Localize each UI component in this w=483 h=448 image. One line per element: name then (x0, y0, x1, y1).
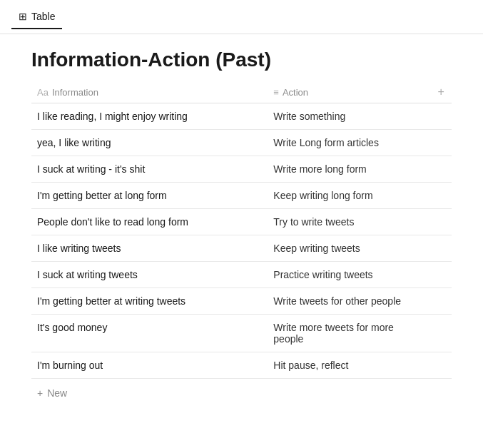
column-header-info: Aa Information (31, 81, 268, 103)
table-cell-add (430, 235, 452, 262)
main-table: Aa Information ≡ Action + I like reading… (31, 81, 452, 379)
info-col-label: Information (52, 87, 98, 98)
table-cell-add (430, 183, 452, 209)
table-cell-action: Practice writing tweets (268, 262, 430, 288)
new-row-plus-icon: + (37, 387, 43, 399)
table-cell-info: I suck at writing tweets (31, 262, 268, 288)
table-cell-add (430, 103, 452, 130)
table-icon: ⊞ (19, 11, 27, 22)
table-row: I suck at writing - it's shitWrite more … (31, 156, 452, 183)
table-cell-action: Write something (268, 103, 430, 130)
table-cell-add (430, 288, 452, 315)
table-header-row: Aa Information ≡ Action + (31, 81, 452, 103)
table-cell-info: yea, I like writing (31, 130, 268, 156)
table-cell-info: It's good money (31, 315, 268, 352)
table-row: I'm getting better at writing tweetsWrit… (31, 288, 452, 315)
table-cell-action: Write tweets for other people (268, 288, 430, 315)
table-cell-action: Write more long form (268, 156, 430, 183)
table-cell-action: Write more tweets for more people (268, 315, 430, 352)
add-column-icon[interactable]: + (437, 86, 444, 98)
table-cell-info: People don't like to read long form (31, 209, 268, 235)
table-row: I'm burning outHit pause, reflect (31, 352, 452, 379)
table-cell-action: Write Long form articles (268, 130, 430, 156)
new-row-label: New (47, 387, 67, 399)
action-col-label: Action (283, 87, 308, 98)
table-cell-action: Keep writing tweets (268, 235, 430, 262)
table-cell-add (430, 209, 452, 235)
tab-label: Table (31, 11, 55, 22)
table-row: I'm getting better at long formKeep writ… (31, 183, 452, 209)
new-row-button[interactable]: + New (31, 379, 452, 407)
table-body: I like reading, I might enjoy writingWri… (31, 103, 452, 379)
page-title: Information-Action (Past) (0, 34, 483, 81)
table-cell-action: Try to write tweets (268, 209, 430, 235)
table-cell-add (430, 130, 452, 156)
table-cell-info: I'm getting better at long form (31, 183, 268, 209)
table-cell-info: I'm burning out (31, 352, 268, 379)
table-row: I like writing tweetsKeep writing tweets (31, 235, 452, 262)
table-row: It's good moneyWrite more tweets for mor… (31, 315, 452, 352)
table-row: yea, I like writingWrite Long form artic… (31, 130, 452, 156)
table-cell-info: I like reading, I might enjoy writing (31, 103, 268, 130)
table-cell-add (430, 156, 452, 183)
tab-table[interactable]: ⊞ Table (11, 5, 62, 29)
column-header-action: ≡ Action (268, 81, 430, 103)
table-container: Aa Information ≡ Action + I like reading… (0, 81, 483, 407)
table-row: People don't like to read long formTry t… (31, 209, 452, 235)
table-cell-info: I'm getting better at writing tweets (31, 288, 268, 315)
table-cell-info: I suck at writing - it's shit (31, 156, 268, 183)
column-header-add[interactable]: + (430, 81, 452, 103)
table-row: I suck at writing tweetsPractice writing… (31, 262, 452, 288)
table-cell-action: Hit pause, reflect (268, 352, 430, 379)
info-col-icon: Aa (37, 87, 49, 98)
table-cell-action: Keep writing long form (268, 183, 430, 209)
table-cell-info: I like writing tweets (31, 235, 268, 262)
table-cell-add (430, 315, 452, 352)
tab-bar: ⊞ Table (0, 0, 483, 34)
table-row: I like reading, I might enjoy writingWri… (31, 103, 452, 130)
table-cell-add (430, 352, 452, 379)
table-cell-add (430, 262, 452, 288)
action-col-icon: ≡ (273, 87, 279, 98)
